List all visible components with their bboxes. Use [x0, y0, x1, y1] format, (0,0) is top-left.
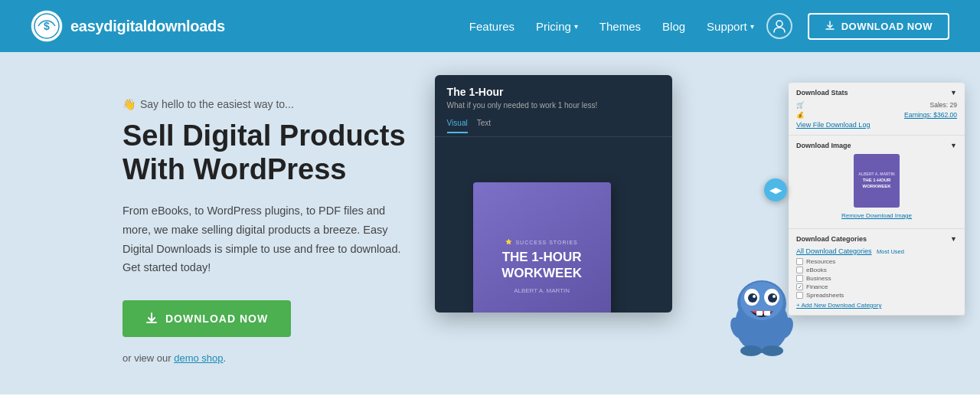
- logo-link[interactable]: $ easydigitaldownloads: [31, 10, 225, 42]
- nav-link-themes[interactable]: Themes: [599, 20, 641, 33]
- hero-content: 👋 Say hello to the easiest way to... Sel…: [0, 83, 470, 394]
- mockup-title: The 1-Hour: [447, 86, 660, 98]
- nav-item-support[interactable]: Support ▾: [707, 20, 754, 33]
- hero-section: 👋 Say hello to the easiest way to... Sel…: [0, 52, 980, 394]
- add-category-link[interactable]: + Add New Download Category: [796, 302, 957, 309]
- admin-image-section: Download Image ▼ ALBERT A. MARTIN THE 1-…: [789, 136, 965, 229]
- navigation: $ easydigitaldownloads Features Pricing …: [0, 0, 980, 52]
- hero-download-icon: [145, 313, 158, 325]
- admin-sales-row: 🛒 Sales: 29: [796, 101, 957, 109]
- nav-item-themes[interactable]: Themes: [599, 20, 641, 33]
- admin-book-thumbnail: ALBERT A. MARTIN THE 1-HOUR WORKWEEK: [854, 154, 900, 208]
- hero-description: From eBooks, to WordPress plugins, to PD…: [122, 201, 413, 277]
- nav-item-features[interactable]: Features: [469, 20, 514, 33]
- nav-item-blog[interactable]: Blog: [662, 20, 685, 33]
- image-slider-handle[interactable]: ◀▶: [764, 178, 787, 201]
- admin-stats-title: Download Stats ▼: [796, 89, 957, 97]
- mockup-tab-text[interactable]: Text: [477, 119, 491, 133]
- nav-download-button[interactable]: DOWNLOAD NOW: [808, 13, 949, 40]
- earnings-value[interactable]: Earnings: $362.00: [904, 111, 957, 119]
- most-used-link[interactable]: Most Used: [877, 248, 904, 255]
- mockup-wrapper: The 1-Hour What if you only needed to wo…: [412, 67, 980, 351]
- sales-icon: 🛒: [796, 101, 805, 109]
- hero-greeting: 👋 Say hello to the easiest way to...: [122, 98, 439, 110]
- book-author: ALBERT A. MARTIN: [514, 287, 570, 294]
- nav-link-features[interactable]: Features: [469, 20, 514, 33]
- nav-link-pricing[interactable]: Pricing ▾: [536, 20, 578, 33]
- svg-point-9: [748, 293, 757, 303]
- svg-point-12: [773, 295, 776, 298]
- admin-cats-toggle[interactable]: ▼: [950, 235, 957, 243]
- admin-stats-section: Download Stats ▼ 🛒 Sales: 29 💰 Earnings:…: [789, 83, 965, 136]
- admin-cat-filters: All Download Categories Most Used: [796, 247, 957, 255]
- book-badge: ⭐ SUCCESS STORIES: [505, 239, 577, 245]
- cat-finance-row: ✓ Finance: [796, 283, 957, 290]
- hero-mockup: The 1-Hour What if you only needed to wo…: [412, 52, 980, 394]
- admin-earnings-row: 💰 Earnings: $362.00: [796, 111, 957, 119]
- nav-item-pricing[interactable]: Pricing ▾: [536, 20, 578, 33]
- user-account-icon[interactable]: [766, 13, 792, 39]
- svg-point-18: [762, 345, 783, 356]
- pricing-chevron-icon: ▾: [574, 22, 578, 31]
- view-download-log-link[interactable]: View File Download Log: [796, 121, 870, 129]
- svg-rect-14: [764, 311, 770, 316]
- thumbnail-badge: ALBERT A. MARTIN: [858, 172, 894, 177]
- cat-spreadsheets-row: Spreadsheets: [796, 292, 957, 299]
- admin-image-toggle[interactable]: ▼: [950, 142, 957, 149]
- hero-download-button[interactable]: DOWNLOAD NOW: [122, 300, 291, 337]
- admin-stats-toggle[interactable]: ▼: [950, 89, 957, 97]
- svg-point-17: [740, 345, 762, 356]
- admin-cats-title: Download Categories ▼: [796, 235, 957, 243]
- nav-link-support[interactable]: Support ▾: [707, 20, 754, 33]
- cat-ebooks-row: eBooks: [796, 267, 957, 273]
- mockup-book-cover: ⭐ SUCCESS STORIES THE 1-HOUR WORKWEEK AL…: [473, 182, 611, 313]
- admin-cats-section: Download Categories ▼ All Download Categ…: [789, 229, 965, 316]
- logo-icon: $: [31, 10, 63, 42]
- support-chevron-icon: ▾: [750, 22, 754, 31]
- svg-point-3: [776, 21, 782, 27]
- hero-demo-text: or view our demo shop.: [122, 352, 439, 364]
- cat-business-row: Business: [796, 275, 957, 282]
- hero-title: Sell Digital Products With WordPress: [122, 119, 439, 186]
- logo-text: easydigitaldownloads: [70, 18, 225, 35]
- wave-emoji: 👋: [122, 98, 136, 110]
- nav-link-blog[interactable]: Blog: [662, 20, 685, 33]
- remove-download-image-link[interactable]: Remove Download Image: [796, 212, 957, 219]
- account-svg: [773, 19, 786, 33]
- book-title: THE 1-HOUR WORKWEEK: [494, 250, 590, 281]
- svg-text:$: $: [44, 20, 50, 32]
- nav-links: Features Pricing ▾ Themes Blog Support ▾: [469, 20, 754, 33]
- mascot-character: [724, 267, 800, 358]
- all-cats-link[interactable]: All Download Categories: [796, 247, 872, 255]
- demo-shop-link[interactable]: demo shop: [174, 352, 223, 364]
- wp-admin-panel: Download Stats ▼ 🛒 Sales: 29 💰 Earnings:…: [789, 83, 965, 316]
- svg-point-11: [753, 295, 756, 298]
- cat-resources-checkbox[interactable]: [796, 258, 803, 265]
- mockup-subtitle: What if you only needed to work 1 hour l…: [447, 101, 660, 110]
- admin-image-title: Download Image ▼: [796, 142, 957, 149]
- svg-rect-13: [756, 311, 763, 316]
- mascot-svg: [724, 267, 800, 358]
- download-icon: [825, 21, 835, 31]
- svg-point-10: [768, 293, 777, 303]
- cat-resources-row: Resources: [796, 258, 957, 265]
- earnings-icon: 💰: [796, 111, 805, 119]
